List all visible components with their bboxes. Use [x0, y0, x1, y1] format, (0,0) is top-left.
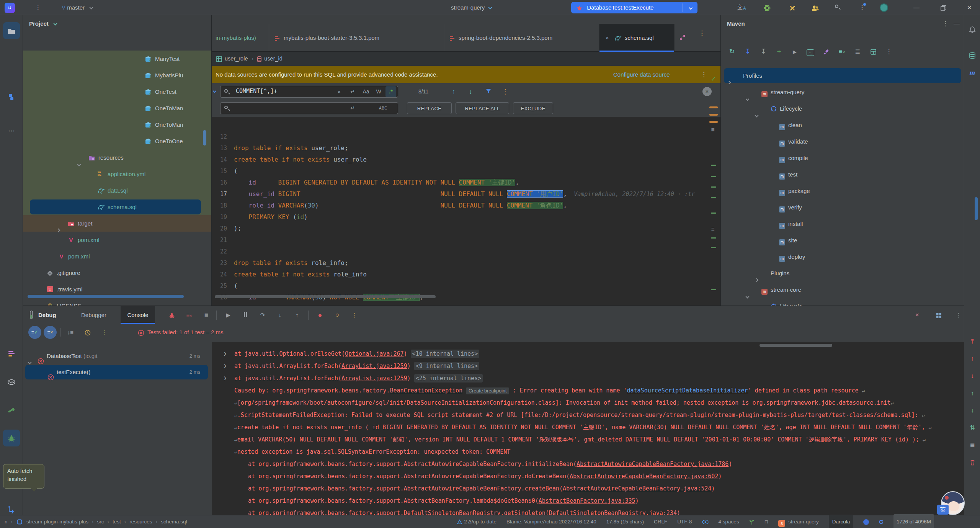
- test-history-icon[interactable]: [82, 327, 93, 338]
- test-tree-item-testExecute-[interactable]: testExecute()2 ms: [23, 364, 212, 380]
- build-tools-icon[interactable]: [788, 3, 797, 12]
- rerun-bug-icon[interactable]: [167, 310, 177, 320]
- stripe-mark[interactable]: [711, 247, 716, 248]
- fold-arrow-icon[interactable]: ❯: [224, 360, 227, 372]
- maven-item-Lifecycle[interactable]: Lifecycle: [721, 100, 964, 117]
- newline-icon[interactable]: ↵: [347, 86, 358, 97]
- editor-tab-schema.sql[interactable]: ×schema.sql: [599, 24, 675, 52]
- stack-trace-link[interactable]: Optional.java:267: [345, 350, 404, 357]
- readonly-eye-icon[interactable]: [702, 515, 709, 528]
- nav-item[interactable]: test: [113, 515, 121, 528]
- maven-item-clean[interactable]: mclean: [721, 117, 964, 133]
- editor-area[interactable]: in-mybatis-plus)mybatis-plus-boot-starte…: [212, 15, 720, 306]
- editor-tab-mybatis-plus-boot-starter-3.5.3.1.pom[interactable]: mybatis-plus-boot-starter-3.5.3.1.pom: [269, 24, 444, 52]
- maven-add-icon[interactable]: +: [773, 46, 785, 57]
- project-item-resources[interactable]: resources: [23, 149, 212, 166]
- replace-newline-icon[interactable]: ↵: [347, 103, 358, 114]
- user-avatar-icon[interactable]: [880, 3, 888, 12]
- close-tab-icon[interactable]: ×: [606, 34, 609, 41]
- stack-trace-link[interactable]: AbstractAutowireCapableBeanFactory.java:…: [563, 485, 711, 492]
- maven-item-validate[interactable]: mvalidate: [721, 133, 964, 150]
- loop-icon[interactable]: ○: [332, 310, 343, 320]
- project-item-data.sql[interactable]: data.sql: [23, 182, 212, 199]
- project-item-OneToMan[interactable]: OneToMan: [23, 116, 212, 133]
- maven-tool-icon[interactable]: m: [968, 68, 977, 77]
- project-item-schema.sql[interactable]: schema.sql: [23, 199, 212, 215]
- next-match-icon[interactable]: ↓: [469, 86, 472, 98]
- maven-filter-icon[interactable]: ≣: [852, 46, 863, 57]
- more-options-kebab-icon[interactable]: ⋮: [858, 3, 867, 12]
- nav-item[interactable]: resources: [129, 515, 152, 528]
- stripe-mark[interactable]: [711, 213, 716, 214]
- more-tools-button[interactable]: ⋯: [3, 123, 20, 139]
- line-separator-widget[interactable]: CRLF: [654, 515, 667, 528]
- maven-kebab-icon[interactable]: ⋮: [883, 46, 895, 57]
- theme-widget[interactable]: Darcula: [829, 515, 854, 528]
- replace-input[interactable]: ↵ ABC: [220, 102, 398, 114]
- maven-refresh-icon[interactable]: ↻: [726, 46, 738, 57]
- console-swap-icon[interactable]: ⇅: [968, 423, 977, 432]
- maven-item-stream-query[interactable]: mstream-query: [721, 84, 964, 100]
- configure-data-source-link[interactable]: Configure data source: [613, 66, 670, 83]
- exclude-button[interactable]: EXCLUDE: [513, 102, 553, 114]
- window-restore-button[interactable]: [939, 3, 948, 12]
- caret-position-widget[interactable]: 17:85 (15 chars): [606, 515, 644, 528]
- project-panel-header[interactable]: Project: [23, 15, 212, 32]
- lines-widget-icon[interactable]: ≣: [711, 127, 715, 132]
- breadcrumb-item[interactable]: user_id: [264, 56, 283, 62]
- stack-trace-link[interactable]: AbstractAutowireCapableBeanFactory.java:…: [570, 473, 718, 480]
- stripe-mark[interactable]: [711, 237, 716, 239]
- maven-run-icon[interactable]: ▶: [789, 46, 800, 57]
- maven-hide-icon[interactable]: —: [954, 15, 960, 32]
- stack-trace-link[interactable]: ArrayList.java:1259: [341, 363, 407, 369]
- commit-tool-button[interactable]: [3, 88, 20, 105]
- console-trash-icon[interactable]: [968, 458, 977, 467]
- debug-panel-kebab-icon[interactable]: ⋮: [953, 310, 964, 320]
- pause-icon[interactable]: [240, 310, 251, 320]
- notifications-bell-icon[interactable]: [968, 25, 977, 34]
- memory-widget[interactable]: 1726 of 4096M: [893, 514, 934, 528]
- nav-item[interactable]: schema.sql: [161, 515, 187, 528]
- console-scrollbar-thumb[interactable]: [760, 344, 832, 347]
- maven-download-icon[interactable]: ↧: [758, 46, 769, 57]
- breadcrumb-item[interactable]: user_role: [225, 56, 248, 62]
- editor-tab-in-mybatis-plus-[interactable]: in-mybatis-plus): [212, 24, 269, 52]
- mute-breakpoints-icon[interactable]: ≡×: [184, 310, 194, 320]
- maven-brush-icon[interactable]: [820, 46, 832, 57]
- tab-console[interactable]: Console: [121, 306, 155, 324]
- stack-trace-link[interactable]: dataSourceScriptDatabaseInitializer: [627, 387, 748, 394]
- stack-trace-link[interactable]: AbstractBeanFactory.java:335: [539, 497, 635, 504]
- stack-trace-link[interactable]: DefaultSingletonBeanRegistry.java:234: [549, 510, 677, 515]
- stripe-mark[interactable]: [711, 176, 716, 177]
- fold-arrow-icon[interactable]: ❯: [224, 372, 227, 384]
- nav-item[interactable]: stream-plugin-mybatis-plus: [26, 515, 88, 528]
- step-into-icon[interactable]: ↓: [274, 310, 285, 320]
- tab-debugger[interactable]: Debugger: [81, 306, 106, 324]
- maven-layout-icon[interactable]: [867, 46, 879, 57]
- indent-widget[interactable]: 4 spaces: [719, 515, 739, 528]
- tab-list-kebab-icon[interactable]: ⋮: [699, 29, 705, 37]
- google-icon[interactable]: G: [879, 515, 884, 528]
- project-item-OneToMan[interactable]: OneToMan: [23, 100, 212, 116]
- replace-all-button[interactable]: REPLACE ALL: [456, 102, 509, 114]
- window-minimize-button[interactable]: —: [912, 3, 921, 12]
- stripe-mark[interactable]: [711, 197, 716, 198]
- maven-item-Lifecycle[interactable]: Lifecycle: [721, 298, 964, 306]
- maven-item-Plugins[interactable]: Plugins: [721, 265, 964, 281]
- maven-item-deploy[interactable]: mdeploy: [721, 248, 964, 265]
- toggle-replace-chevron-icon[interactable]: [213, 88, 216, 95]
- project-item-pom.xml[interactable]: Vpom.xml: [23, 232, 212, 248]
- stripe-mark[interactable]: [709, 106, 718, 108]
- search-input[interactable]: COMMENT[^,]+ × ↵ Aa W .*: [220, 86, 398, 98]
- step-over-icon[interactable]: ↷: [257, 310, 268, 320]
- maven-mute-icon[interactable]: ≡×: [836, 46, 848, 57]
- project-selector[interactable]: stream-query: [451, 0, 492, 15]
- nav-item[interactable]: n: [5, 515, 8, 528]
- filter-icon[interactable]: [485, 87, 492, 95]
- preserve-case-toggle[interactable]: ABC: [377, 103, 389, 114]
- sort-icon[interactable]: ↓≡: [65, 327, 76, 338]
- project-item-OneToOne[interactable]: OneToOne: [23, 133, 212, 149]
- editor-tab-spring-boot-dependencies-2.5.3.pom[interactable]: spring-boot-dependencies-2.5.3.pom: [444, 24, 599, 52]
- clear-search-icon[interactable]: ×: [333, 86, 345, 97]
- stripe-mark[interactable]: [709, 114, 718, 116]
